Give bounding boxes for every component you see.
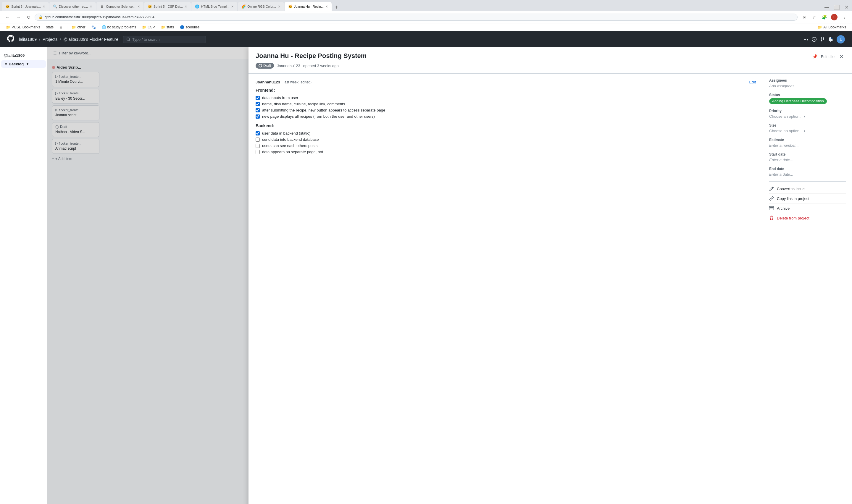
back-button[interactable]: ←: [3, 13, 12, 21]
bookmark-stats2[interactable]: 📁 stats: [159, 24, 176, 30]
checklist-item[interactable]: user data in backend (static): [256, 131, 756, 136]
size-select[interactable]: Choose an option... ▾: [769, 129, 846, 133]
checklist-item[interactable]: name, dish name, cuisine, recipe link, c…: [256, 102, 756, 106]
checklist-item[interactable]: data inputs from user: [256, 95, 756, 100]
notifications-icon[interactable]: [828, 37, 833, 42]
delete-action[interactable]: Delete from project: [769, 213, 846, 223]
edit-title-button[interactable]: Edit title: [821, 54, 835, 59]
assignees-value[interactable]: Add assignees...: [769, 84, 846, 88]
checklist-item[interactable]: send data into backend database: [256, 137, 756, 142]
comment-author[interactable]: Joannahu123: [256, 80, 280, 84]
checkbox-1[interactable]: [256, 96, 260, 100]
end-date-label: End date: [769, 167, 846, 171]
new-tab-button[interactable]: +: [332, 3, 341, 11]
tab-close[interactable]: ✕: [231, 5, 234, 8]
checklist-text: data appears on separate page, not: [262, 150, 323, 154]
menu-icon[interactable]: ⋮: [840, 13, 849, 21]
profile-icon[interactable]: L: [830, 13, 838, 21]
edit-button[interactable]: Edit: [749, 80, 756, 84]
priority-label: Priority: [769, 109, 846, 113]
checklist-item[interactable]: data appears on separate page, not: [256, 150, 756, 154]
user-link[interactable]: lalita1809: [19, 37, 37, 42]
forward-button[interactable]: →: [14, 13, 22, 21]
trash-icon: [769, 216, 774, 220]
minimize-button[interactable]: —: [823, 3, 831, 11]
cast-icon[interactable]: ⎘: [800, 13, 808, 21]
tab-close[interactable]: ✕: [90, 5, 92, 8]
checklist-item[interactable]: after submitting the recipe, new button …: [256, 108, 756, 112]
github-logo[interactable]: [7, 35, 14, 44]
convert-to-issue-action[interactable]: Convert to issue: [769, 184, 846, 194]
checkbox-2[interactable]: [256, 102, 260, 106]
estimate-label: Estimate: [769, 138, 846, 142]
tab-close[interactable]: ✕: [137, 5, 140, 8]
archive-action[interactable]: Archive: [769, 203, 846, 213]
end-date-value[interactable]: Enter a date...: [769, 172, 846, 177]
copy-link-action[interactable]: Copy link in project: [769, 194, 846, 203]
close-window-button[interactable]: ✕: [843, 3, 850, 11]
bookmark-schedules[interactable]: 🔵 scedules: [178, 24, 202, 30]
priority-select[interactable]: Choose an option... ▾: [769, 114, 846, 119]
bookmark-star-icon[interactable]: ☆: [810, 13, 818, 21]
checkbox-5[interactable]: [256, 131, 260, 136]
sidebar-item-backlog[interactable]: ≡ Backlog ▾: [1, 60, 46, 68]
status-value[interactable]: Adding Database Decomposition: [769, 98, 846, 104]
detail-header: Joanna Hu - Recipe Posting System Draft …: [249, 47, 852, 74]
backlog-icon: ≡: [5, 62, 7, 66]
bookmark-other[interactable]: 📁 other: [69, 24, 88, 30]
bookmark-stats1[interactable]: stats: [44, 24, 56, 30]
tab-close[interactable]: ✕: [278, 5, 280, 8]
checkbox-3[interactable]: [256, 108, 260, 112]
bookmark-csp[interactable]: 📁 CSP: [140, 24, 157, 30]
estimate-value[interactable]: Enter a number...: [769, 143, 846, 148]
comment-time: last week (edited): [284, 80, 311, 84]
checkbox-8[interactable]: [256, 150, 260, 154]
tab-cs[interactable]: 🖥 Computer Science... ✕: [96, 2, 144, 11]
bookmark-all[interactable]: 📁 All Bookmarks: [815, 24, 849, 30]
tab-html-blog[interactable]: 🌐 HTML Blog Templ... ✕: [192, 2, 237, 11]
bookmark-bc-study[interactable]: 🌐 bc study problems: [99, 24, 139, 30]
tab-sprint5-joanna[interactable]: 🐱 Sprint 5 | Joanna's... ✕: [2, 2, 49, 11]
new-item-button[interactable]: + ▾: [804, 37, 808, 42]
github-header-right: + ▾ L: [804, 35, 845, 43]
tab-favicon: 🔍: [53, 4, 57, 8]
chevron-down-icon: ▾: [804, 115, 805, 118]
search-box[interactable]: Type / to search: [123, 36, 206, 43]
copy-link-icon: [769, 196, 774, 201]
bookmark-grid[interactable]: ⊞: [57, 24, 65, 30]
checkbox-6[interactable]: [256, 138, 260, 142]
checkbox-4[interactable]: [256, 114, 260, 119]
author-name[interactable]: Joannahu123: [277, 64, 300, 68]
address-bar[interactable]: 🔒 github.com/users/lalita1809/projects/1…: [35, 14, 798, 21]
checklist-item[interactable]: new page displays all recipes (from both…: [256, 114, 756, 119]
pin-button[interactable]: 📌: [812, 54, 817, 59]
tab-rgb-color[interactable]: 🌈 Online RGB Color... ✕: [238, 2, 284, 11]
tab-close[interactable]: ✕: [42, 5, 45, 8]
checklist-item[interactable]: users can see each others posts: [256, 143, 756, 148]
bookmark-pusd[interactable]: 📁 PUSD Bookmarks: [3, 24, 42, 30]
refresh-button[interactable]: ↻: [25, 13, 32, 21]
bookmark-label: other: [77, 25, 85, 29]
user-avatar-small: L: [831, 14, 837, 20]
extensions-icon[interactable]: 🧩: [820, 13, 828, 21]
project-name-link[interactable]: @lalita1809's Flocker Feature: [63, 37, 118, 42]
overlay-backdrop[interactable]: [47, 47, 249, 504]
tab-joanna-recipe[interactable]: 🐱 Joanna Hu - Recip... ✕: [285, 2, 332, 11]
projects-link[interactable]: Projects: [42, 37, 58, 42]
start-date-value[interactable]: Enter a date...: [769, 158, 846, 162]
detail-sidebar: Assignees Add assignees... Status Adding…: [763, 74, 852, 504]
pull-requests-icon[interactable]: [820, 37, 825, 42]
github-search[interactable]: Type / to search: [123, 36, 206, 43]
close-detail-button[interactable]: ✕: [838, 52, 845, 61]
user-avatar[interactable]: L: [837, 35, 845, 43]
tab-sprint5-csp[interactable]: 🐱 Sprint 5 - CSP Dat... ✕: [144, 2, 191, 11]
checkbox-7[interactable]: [256, 144, 260, 148]
issues-icon[interactable]: [812, 37, 816, 42]
tab-close[interactable]: ✕: [185, 5, 187, 8]
tab-close[interactable]: ✕: [325, 5, 328, 8]
maximize-button[interactable]: ⬜: [832, 3, 842, 11]
bookmark-paw[interactable]: 🐾: [89, 24, 98, 30]
detail-overlay: Joanna Hu - Recipe Posting System Draft …: [47, 47, 852, 504]
tab-discover[interactable]: 🔍 Discover other rec... ✕: [49, 2, 96, 11]
size-label: Size: [769, 123, 846, 127]
